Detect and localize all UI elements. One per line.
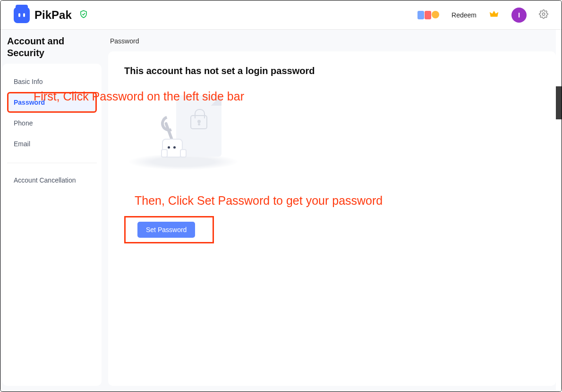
robot-icon <box>162 139 183 158</box>
header-actions: Redeem I <box>417 8 548 23</box>
lock-icon <box>190 115 207 129</box>
breadcrumb: Password <box>108 34 556 51</box>
sidebar-title: Account and Security <box>2 34 102 64</box>
brand-name: PikPak <box>34 8 72 22</box>
reward-icons[interactable] <box>417 11 439 19</box>
sidebar-item-phone[interactable]: Phone <box>7 113 97 133</box>
window-edge <box>556 30 562 392</box>
page-heading: This account has not set a login passwor… <box>124 66 540 76</box>
sidebar-item-password[interactable]: Password <box>7 92 97 113</box>
app-header: PikPak Redeem I <box>0 0 562 30</box>
main-content: Password This account has not set a logi… <box>108 34 556 386</box>
sidebar-item-account-cancellation[interactable]: Account Cancellation <box>7 170 97 191</box>
logo-icon <box>14 7 30 23</box>
sidebar-item-basic-info[interactable]: Basic Info <box>7 71 97 92</box>
redeem-link[interactable]: Redeem <box>451 11 477 19</box>
avatar[interactable]: I <box>511 8 527 23</box>
set-password-button[interactable]: Set Password <box>137 222 195 238</box>
sidebar: Account and Security Basic Info Password… <box>2 34 102 386</box>
set-password-highlight: Set Password <box>124 216 214 243</box>
wrench-icon <box>157 114 179 141</box>
shield-icon <box>79 10 88 20</box>
logo-block[interactable]: PikPak <box>14 7 88 23</box>
svg-point-0 <box>542 13 545 15</box>
empty-state-illustration <box>129 93 238 174</box>
sidebar-item-email[interactable]: Email <box>7 133 97 154</box>
crown-icon[interactable] <box>489 9 499 21</box>
gear-icon[interactable] <box>539 9 548 21</box>
